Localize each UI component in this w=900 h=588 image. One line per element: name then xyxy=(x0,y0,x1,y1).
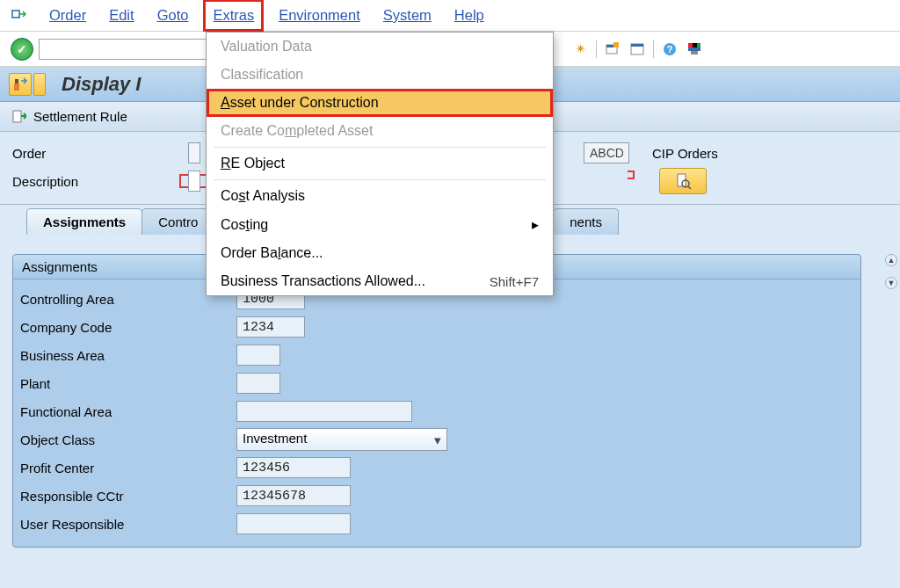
svg-rect-11 xyxy=(691,51,698,54)
layout-icon[interactable] xyxy=(628,40,646,58)
svg-rect-13 xyxy=(15,79,18,83)
svg-rect-8 xyxy=(693,43,697,47)
svg-rect-10 xyxy=(688,47,700,51)
field-label: Object Class xyxy=(20,432,236,447)
menu-help[interactable]: Help xyxy=(454,7,484,24)
extras-valuation-data[interactable]: Valuation Data xyxy=(207,33,553,61)
description-field[interactable] xyxy=(188,171,200,192)
cip-orders-label: CIP Orders xyxy=(652,146,718,161)
svg-text:?: ? xyxy=(667,44,673,54)
menu-separator xyxy=(214,179,546,180)
new-session-icon[interactable] xyxy=(604,40,621,58)
abcd-field[interactable] xyxy=(584,142,629,163)
svg-rect-2 xyxy=(613,42,619,47)
field-label: User Responsible xyxy=(20,517,236,532)
field-input[interactable] xyxy=(236,316,305,338)
svg-rect-4 xyxy=(631,44,643,47)
field-input[interactable] xyxy=(236,513,351,534)
tab-nents[interactable]: nents xyxy=(553,208,619,235)
title-icon-dropdown[interactable] xyxy=(33,73,46,96)
scroll-up-icon[interactable]: ▲ xyxy=(885,254,897,266)
title-icon-button[interactable] xyxy=(9,73,32,96)
color-palette-icon[interactable] xyxy=(686,40,703,58)
order-label: Order xyxy=(12,146,176,161)
toolbar-separator xyxy=(653,40,654,58)
scroll-down-icon[interactable]: ▼ xyxy=(885,277,897,289)
extras-dropdown: Valuation Data Classification Asset unde… xyxy=(206,32,554,296)
menu-separator xyxy=(214,147,546,148)
menu-extras[interactable]: Extras xyxy=(211,7,256,24)
page-title: Display I xyxy=(62,73,141,96)
field-input[interactable] xyxy=(236,485,351,506)
menu-goto[interactable]: Goto xyxy=(157,7,189,24)
sap-app-icon[interactable] xyxy=(11,9,26,23)
menu-edit[interactable]: Edit xyxy=(109,7,134,24)
svg-rect-12 xyxy=(14,83,19,91)
menu-system[interactable]: System xyxy=(383,7,432,24)
toolbar-separator xyxy=(596,40,597,58)
order-field[interactable] xyxy=(188,142,200,163)
svg-rect-7 xyxy=(688,43,693,47)
settlement-rule-icon[interactable] xyxy=(11,109,26,125)
keyboard-shortcut: Shift+F7 xyxy=(490,274,539,289)
field-label: Profit Center xyxy=(20,461,236,475)
help-icon[interactable]: ? xyxy=(661,40,679,58)
extras-create-completed-asset[interactable]: Create Completed Asset xyxy=(207,117,553,145)
field-label: Company Code xyxy=(20,320,236,335)
star-settings-icon[interactable]: ✴ xyxy=(571,40,589,58)
menu-environment[interactable]: Environment xyxy=(279,7,360,24)
extras-cost-analysis[interactable]: Cost Analysis xyxy=(207,182,553,210)
field-input[interactable] xyxy=(236,373,280,394)
description-label: Description xyxy=(12,174,176,189)
field-label: Business Area xyxy=(20,348,236,363)
field-label: Functional Area xyxy=(20,404,236,419)
svg-rect-9 xyxy=(697,43,700,47)
extras-re-object[interactable]: RE Object xyxy=(207,149,553,178)
field-label: Responsible CCtr xyxy=(20,489,236,504)
tab-control[interactable]: Contro xyxy=(142,208,214,235)
ok-button[interactable] xyxy=(11,38,33,61)
extras-asset-under-construction[interactable]: Asset under Construction xyxy=(207,89,553,117)
extras-costing[interactable]: Costing ▸ xyxy=(207,210,553,239)
field-input[interactable] xyxy=(236,457,351,478)
extras-business-transactions-allowed[interactable]: Business Transactions Allowed... Shift+F… xyxy=(207,267,553,295)
details-button[interactable] xyxy=(659,168,707,194)
extras-order-balance[interactable]: Order Balance... xyxy=(207,239,553,267)
field-input[interactable] xyxy=(236,345,280,366)
field-label: Controlling Area xyxy=(20,292,236,307)
field-label: Plant xyxy=(20,376,236,391)
tab-assignments[interactable]: Assignments xyxy=(26,208,142,235)
menu-order[interactable]: Order xyxy=(49,7,86,24)
extras-classification[interactable]: Classification xyxy=(207,61,553,89)
object-class-select[interactable]: Investment xyxy=(236,428,447,451)
submenu-arrow-icon: ▸ xyxy=(532,216,539,233)
settlement-rule-label[interactable]: Settlement Rule xyxy=(33,109,127,124)
field-input[interactable] xyxy=(236,401,412,422)
